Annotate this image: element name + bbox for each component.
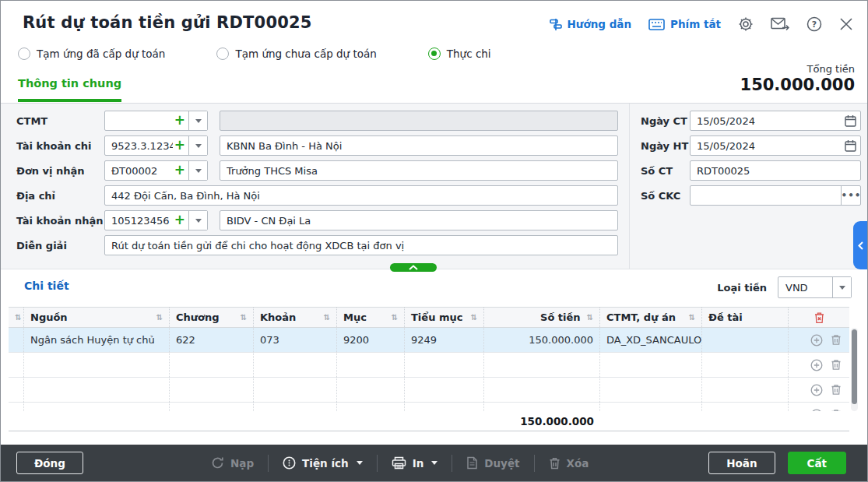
table-row-empty[interactable] bbox=[9, 403, 849, 411]
dien-giai-input[interactable] bbox=[104, 235, 618, 255]
chevron-down-icon[interactable] bbox=[188, 211, 207, 230]
field-row-don-vi-nhan: Đơn vị nhận + bbox=[16, 160, 618, 181]
dia-chi-input[interactable] bbox=[104, 185, 618, 206]
cell-muc[interactable]: 9200 bbox=[337, 328, 405, 352]
save-button[interactable]: Cất bbox=[788, 452, 846, 474]
ctmt-label: CTMT bbox=[16, 115, 104, 127]
row-handle-header: ⇅ bbox=[9, 308, 24, 327]
tai-khoan-nhan-input[interactable] bbox=[105, 211, 174, 230]
utilities-button[interactable]: Tiện ích bbox=[283, 456, 363, 470]
shortcut-link[interactable]: Phím tắt bbox=[648, 18, 721, 30]
help-circle-icon[interactable]: ? bbox=[807, 16, 822, 32]
delete-row-icon[interactable] bbox=[831, 334, 842, 346]
field-row-ngay-ht: Ngày HT bbox=[641, 135, 861, 156]
cell-tieu-muc[interactable]: 9249 bbox=[405, 328, 484, 352]
collapse-form-button[interactable] bbox=[390, 263, 437, 272]
add-row-icon[interactable] bbox=[810, 334, 823, 347]
cell-nguon[interactable]: Ngân sách Huyện tự chủ bbox=[24, 328, 170, 352]
so-ct-input[interactable] bbox=[690, 160, 861, 181]
col-chuong[interactable]: Chương⇅ bbox=[170, 308, 254, 327]
cell-de-tai[interactable] bbox=[702, 328, 789, 352]
chevron-down-icon[interactable] bbox=[188, 136, 207, 155]
delete-row-icon[interactable] bbox=[831, 359, 842, 371]
add-plus-icon[interactable]: + bbox=[174, 114, 188, 128]
add-row-icon[interactable] bbox=[810, 359, 823, 371]
row-actions bbox=[789, 328, 849, 352]
radio-circle-icon bbox=[428, 47, 441, 60]
sort-icon: ⇅ bbox=[321, 313, 330, 322]
add-plus-icon[interactable]: + bbox=[174, 164, 188, 178]
cell-khoan[interactable]: 073 bbox=[254, 328, 337, 352]
add-row-icon[interactable] bbox=[810, 384, 823, 396]
page-title: Rút dự toán tiền gửi RDT00025 bbox=[23, 13, 312, 32]
field-row-so-ckc: Số CKC ••• bbox=[641, 185, 861, 206]
radio-thuc-chi[interactable]: Thực chi bbox=[428, 47, 491, 60]
col-tieu-muc[interactable]: Tiểu mục⇅ bbox=[405, 308, 484, 327]
settings-gear-icon[interactable] bbox=[738, 16, 754, 32]
col-nguon[interactable]: Nguồn⇅ bbox=[24, 308, 170, 327]
delete-all-rows-button[interactable] bbox=[789, 308, 849, 327]
table-row-empty[interactable] bbox=[9, 378, 849, 403]
add-row-icon[interactable] bbox=[810, 409, 823, 412]
chevron-down-icon[interactable] bbox=[188, 111, 207, 130]
print-button[interactable]: In bbox=[392, 456, 438, 470]
chevron-down-icon[interactable] bbox=[188, 161, 207, 180]
table-scrollbar[interactable] bbox=[851, 328, 858, 411]
radio-tam-ung-da-cap[interactable]: Tạm ứng đã cấp dự toán bbox=[18, 47, 165, 60]
col-khoan[interactable]: Khoản⇅ bbox=[254, 308, 337, 327]
ctmt-code-input[interactable] bbox=[105, 111, 174, 130]
don-vi-nhan-name-field[interactable] bbox=[220, 160, 618, 181]
tab-bar: Thông tin chung Tổng tiền 150.000.000 bbox=[1, 69, 867, 104]
ngay-ht-input[interactable] bbox=[690, 135, 861, 156]
reload-button[interactable]: Nạp bbox=[211, 456, 254, 470]
cell-ctmt-du-an[interactable]: DA_XD_SANCAULON bbox=[600, 328, 702, 352]
approve-button[interactable]: Duyệt bbox=[466, 456, 519, 470]
cell-chuong[interactable]: 622 bbox=[170, 328, 254, 352]
delete-button[interactable]: Xóa bbox=[549, 457, 589, 470]
so-ckc-input[interactable] bbox=[690, 185, 861, 206]
cell-so-tien[interactable]: 150.000.000 bbox=[484, 328, 600, 352]
so-ct-label: Số CT bbox=[641, 165, 690, 177]
add-plus-icon[interactable]: + bbox=[174, 213, 188, 228]
close-button[interactable]: Đóng bbox=[16, 452, 83, 474]
table-row-empty[interactable] bbox=[9, 353, 849, 378]
dialog-rut-du-toan: Rút dự toán tiền gửi RDT00025 Hướng dẫn … bbox=[0, 0, 868, 482]
ellipsis-picker-icon[interactable]: ••• bbox=[841, 185, 861, 206]
close-icon[interactable] bbox=[839, 17, 853, 31]
col-so-tien[interactable]: Số tiền⇅ bbox=[484, 308, 600, 327]
radio-circle-icon bbox=[18, 47, 30, 60]
postpone-button[interactable]: Hoãn bbox=[708, 452, 775, 474]
row-actions bbox=[789, 353, 849, 377]
radio-tam-ung-chua-cap[interactable]: Tạm ứng chưa cấp dự toán bbox=[216, 47, 376, 60]
footer-center-actions: Nạp Tiện ích In Duyệt Xóa bbox=[211, 445, 589, 481]
side-panel-toggle[interactable] bbox=[853, 221, 867, 269]
don-vi-nhan-input[interactable] bbox=[105, 161, 174, 180]
tai-khoan-nhan-name-field[interactable] bbox=[220, 210, 618, 230]
scrollbar-thumb[interactable] bbox=[852, 329, 857, 404]
trash-icon bbox=[549, 457, 561, 470]
field-row-ngay-ct: Ngày CT bbox=[641, 111, 861, 131]
delete-label: Xóa bbox=[567, 457, 589, 470]
sort-icon: ⇅ bbox=[153, 313, 163, 322]
tai-khoan-nhan-combo: + bbox=[104, 210, 208, 230]
sort-icon: ⇅ bbox=[468, 313, 477, 322]
print-label: In bbox=[413, 457, 424, 470]
col-ctmt-du-an[interactable]: CTMT, dự án⇅ bbox=[600, 308, 702, 327]
col-muc[interactable]: Mục⇅ bbox=[337, 308, 405, 327]
table-row[interactable]: Ngân sách Huyện tự chủ 622 073 9200 9249… bbox=[9, 328, 849, 353]
reload-label: Nạp bbox=[230, 457, 254, 470]
feedback-mail-icon[interactable] bbox=[771, 17, 789, 31]
tai-khoan-chi-input[interactable] bbox=[105, 136, 174, 155]
col-de-tai[interactable]: Đề tài bbox=[702, 308, 789, 327]
calendar-icon[interactable] bbox=[845, 139, 856, 152]
tab-thong-tin-chung[interactable]: Thông tin chung bbox=[18, 77, 121, 102]
tai-khoan-chi-name-field[interactable] bbox=[220, 135, 618, 156]
currency-select[interactable]: VND bbox=[778, 276, 852, 298]
currency-value: VND bbox=[778, 277, 832, 297]
ngay-ct-input[interactable] bbox=[690, 111, 861, 131]
help-link[interactable]: Hướng dẫn bbox=[550, 18, 632, 31]
delete-row-icon[interactable] bbox=[831, 409, 842, 411]
add-plus-icon[interactable]: + bbox=[174, 139, 188, 153]
delete-row-icon[interactable] bbox=[831, 384, 842, 396]
calendar-icon[interactable] bbox=[845, 114, 856, 127]
